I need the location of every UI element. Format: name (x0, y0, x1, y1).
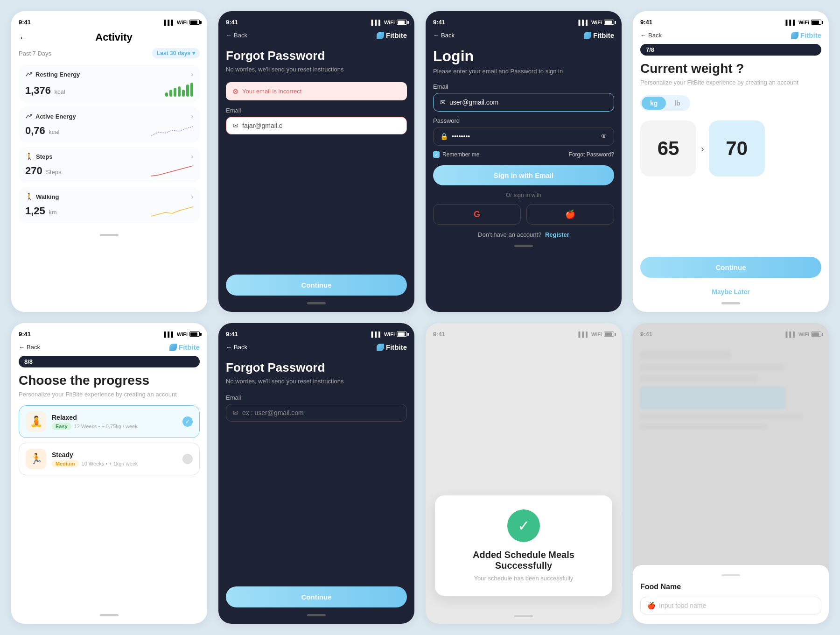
steps-unit: Steps (46, 169, 61, 176)
back-link-4[interactable]: ← Back (640, 32, 662, 39)
maybe-later-btn[interactable]: Maybe Later (640, 288, 821, 296)
resting-unit: kcal (55, 88, 65, 95)
continue-btn-forgot[interactable]: Continue (226, 275, 407, 296)
back-link-3[interactable]: ← Back (433, 32, 455, 39)
status-icons-6: ▌▌▌ WiFi (371, 332, 407, 337)
walking-label: 🚶 Walking (25, 193, 59, 200)
battery-icon-7 (604, 332, 614, 337)
chevron-down-icon: ▾ (192, 50, 195, 56)
food-section-title: Food Name (640, 583, 821, 591)
step-badge-weight: 7/8 (640, 44, 821, 56)
steps-value: 270 (25, 165, 42, 176)
card-forgot-light: 9:41 ▌▌▌ WiFi ← Back Fitbite Forgot Pass… (218, 11, 414, 312)
status-bar-2: 9:41 ▌▌▌ WiFi (226, 19, 407, 26)
remember-row: ✓ Remember me Forgot Password? (433, 151, 614, 158)
weight-left[interactable]: 65 (640, 120, 696, 176)
unit-lb-btn[interactable]: lb (666, 97, 688, 110)
leaf-icon-5 (169, 344, 177, 351)
active-unit: kcal (49, 128, 59, 135)
active-chevron: › (191, 113, 193, 120)
schedule-bg-content (433, 343, 614, 430)
weight-title: Current weight ? (640, 61, 821, 76)
food-icon: 🍎 (647, 602, 655, 609)
card-forgot-dark: 9:41 ▌▌▌ WiFi ← Back Fitbite Forgot Pass… (218, 323, 414, 624)
time-7: 9:41 (433, 331, 445, 338)
password-input-login[interactable]: 🔒 •••••••• 👁 (433, 127, 614, 146)
password-label-login: Password (433, 117, 614, 124)
active-label: Active Energy (25, 113, 76, 120)
status-bar-5: 9:41 ▌▌▌ WiFi (19, 331, 200, 338)
signal-icon-6: ▌▌▌ (371, 332, 382, 337)
signal-icon: ▌▌▌ (164, 20, 175, 25)
time-6: 9:41 (226, 331, 238, 338)
progress-title: Choose the progress (19, 373, 200, 388)
card-weight: 9:41 ▌▌▌ WiFi ← Back Fitbite 7/8 Current… (633, 11, 829, 312)
wifi-icon-3: WiFi (591, 20, 602, 25)
battery-icon-6 (397, 332, 407, 337)
email-label-dark: Email (226, 394, 407, 401)
unit-kg-btn[interactable]: kg (642, 97, 666, 110)
activity-title: Activity (28, 31, 200, 43)
signal-icon-2: ▌▌▌ (371, 20, 382, 25)
resting-chevron: › (191, 71, 193, 78)
food-placeholder: Input food name (659, 602, 706, 609)
food-input[interactable]: 🍎 Input food name (640, 597, 821, 614)
progress-info-relaxed: Relaxed Easy 12 Weeks • + 0.75kg / week (52, 414, 177, 430)
back-btn-activity[interactable]: ← (19, 32, 28, 43)
remember-left[interactable]: ✓ Remember me (433, 151, 479, 158)
success-title: Added Schedule Meals Successfully (444, 550, 603, 571)
battery-icon-3 (604, 20, 614, 25)
eye-icon-login[interactable]: 👁 (601, 133, 607, 140)
progress-item-relaxed[interactable]: 🧘 Relaxed Easy 12 Weeks • + 0.75kg / wee… (19, 405, 200, 438)
remember-checkbox[interactable]: ✓ (433, 151, 440, 158)
step-badge-progress: 8/8 (19, 356, 200, 367)
period-filter[interactable]: Last 30 days ▾ (152, 48, 200, 58)
back-link-5[interactable]: ← Back (19, 344, 40, 351)
wifi-icon-5: WiFi (177, 332, 188, 337)
home-indicator-1 (100, 234, 119, 236)
tag-medium: Medium (52, 460, 79, 467)
register-link[interactable]: Register (545, 231, 569, 238)
email-input-forgot[interactable]: ✉ fajar@gmail.c (226, 117, 407, 134)
walking-value: 1,25 (25, 205, 45, 217)
weight-arrow: › (701, 143, 704, 154)
status-bar-1: 9:41 ▌▌▌ WiFi (19, 19, 200, 26)
back-link-6[interactable]: ← Back (226, 344, 247, 351)
login-subtitle: Please enter your email and Password to … (433, 68, 614, 75)
forgot-title: Forgot Password (226, 49, 407, 63)
activity-item-steps: 🚶 Steps › 270 Steps (19, 147, 200, 183)
apple-btn[interactable]: 🍎 (526, 204, 614, 225)
google-btn[interactable]: G (433, 204, 521, 225)
social-row: G 🍎 (433, 204, 614, 225)
back-link-2[interactable]: ← Back (226, 32, 247, 39)
battery-icon-2 (397, 20, 407, 25)
status-bar-7: 9:41 ▌▌▌ WiFi (433, 331, 614, 338)
walking-sparkline (151, 203, 193, 217)
home-indicator-5 (100, 614, 119, 616)
battery-icon (189, 20, 200, 25)
signin-btn[interactable]: Sign in with Email (433, 165, 614, 185)
wifi-icon-8: WiFi (798, 332, 809, 337)
email-input-dark[interactable]: ✉ ex : user@gmail.com (226, 404, 407, 422)
nav-row-2: ← Back Fitbite (226, 31, 407, 39)
wifi-icon-2: WiFi (384, 20, 395, 25)
progress-item-steady[interactable]: 🏃 Steady Medium 10 Weeks • + 1kg / week (19, 443, 200, 475)
signal-icon-4: ▌▌▌ (785, 20, 796, 25)
steps-label: 🚶 Steps (25, 153, 52, 160)
signal-icon-3: ▌▌▌ (578, 20, 589, 25)
weight-right[interactable]: 70 (709, 120, 765, 176)
continue-btn-weight[interactable]: Continue (640, 257, 821, 278)
email-label-login: Email (433, 83, 614, 90)
card-choose-progress: 9:41 ▌▌▌ WiFi ← Back Fitbite 8/8 Choose … (11, 323, 207, 624)
wifi-icon: WiFi (177, 20, 188, 25)
status-bar-6: 9:41 ▌▌▌ WiFi (226, 331, 407, 338)
wifi-icon-6: WiFi (384, 332, 395, 337)
email-input-login[interactable]: ✉ user@gmail.com (433, 93, 614, 112)
status-icons-7: ▌▌▌ WiFi (578, 332, 614, 337)
leaf-icon-6 (377, 344, 384, 351)
continue-btn-forgot-dark[interactable]: Continue (226, 586, 407, 607)
popup-handle (721, 574, 740, 576)
forgot-link-login[interactable]: Forgot Password? (569, 151, 614, 158)
signal-icon-8: ▌▌▌ (785, 332, 796, 337)
active-value: 0,76 (25, 125, 45, 136)
